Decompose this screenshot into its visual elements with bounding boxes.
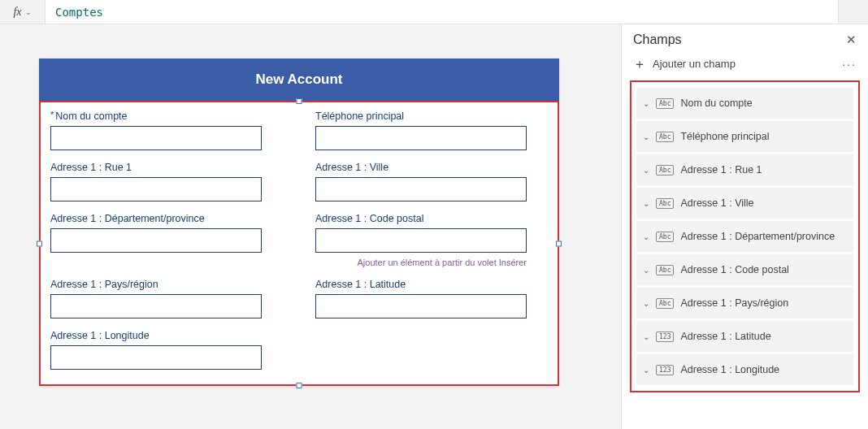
chevron-down-icon: ⌄: [643, 166, 649, 175]
add-field-label: Ajouter un champ: [653, 58, 736, 70]
field-label: Adresse 1 : Latitude: [315, 279, 548, 291]
field-card[interactable]: Adresse 1 : Département/province: [50, 213, 283, 267]
field-row[interactable]: ⌄ Abc Adresse 1 : Code postal: [636, 254, 853, 285]
field-row[interactable]: ⌄ 123 Adresse 1 : Latitude: [636, 321, 853, 352]
field-row-label: Adresse 1 : Longitude: [680, 364, 779, 375]
field-label: Adresse 1 : Longitude: [50, 330, 283, 342]
insert-hint: Ajouter un élément à partir du volet Ins…: [315, 258, 527, 267]
field-row[interactable]: ⌄ Abc Téléphone principal: [636, 121, 853, 152]
field-row-label: Adresse 1 : Pays/région: [680, 297, 788, 309]
field-card[interactable]: *Nom du compte: [50, 110, 283, 150]
resize-handle-bottom[interactable]: [297, 383, 302, 388]
field-row[interactable]: ⌄ Abc Adresse 1 : Ville: [636, 188, 853, 219]
field-label: Adresse 1 : Département/province: [50, 213, 283, 225]
type-badge: Abc: [656, 132, 674, 142]
close-icon[interactable]: ✕: [846, 32, 857, 47]
field-row[interactable]: ⌄ 123 Adresse 1 : Longitude: [636, 354, 853, 385]
fields-panel: Champs ✕ ＋Ajouter un champ ··· ⌄ Abc Nom…: [621, 24, 868, 429]
form-canvas[interactable]: New Account *Nom du compte Téléphone pri…: [39, 58, 559, 386]
field-input[interactable]: [50, 294, 262, 318]
chevron-down-icon: ⌄: [25, 8, 32, 16]
field-row[interactable]: ⌄ Abc Nom du compte: [636, 88, 853, 119]
field-row-label: Adresse 1 : Rue 1: [680, 164, 762, 176]
field-label: Adresse 1 : Code postal: [315, 213, 548, 225]
type-badge: 123: [656, 332, 674, 342]
fields-list: ⌄ Abc Nom du compte ⌄ Abc Téléphone prin…: [630, 80, 860, 392]
form-title-bar: New Account: [39, 58, 559, 101]
panel-actions: ＋Ajouter un champ ···: [622, 52, 868, 80]
formula-value: Comptes: [55, 6, 103, 19]
formula-bar: fx ⌄ Comptes: [0, 0, 868, 24]
chevron-down-icon: ⌄: [643, 232, 649, 241]
field-row[interactable]: ⌄ Abc Adresse 1 : Pays/région: [636, 288, 853, 318]
resize-handle-right[interactable]: [556, 240, 562, 246]
field-row-label: Téléphone principal: [680, 131, 769, 142]
field-input[interactable]: [315, 228, 527, 253]
field-row-label: Adresse 1 : Code postal: [680, 264, 788, 275]
type-badge: Abc: [656, 265, 674, 275]
plus-icon: ＋: [633, 57, 646, 71]
field-card[interactable]: Adresse 1 : Longitude: [50, 330, 283, 370]
chevron-down-icon: ⌄: [643, 299, 649, 308]
field-row-label: Adresse 1 : Département/province: [680, 231, 835, 242]
fx-icon: fx: [13, 6, 21, 19]
field-card[interactable]: Téléphone principal: [315, 110, 548, 150]
resize-handle-left[interactable]: [37, 240, 42, 246]
form-grid: *Nom du compte Téléphone principal Adres…: [41, 102, 558, 384]
field-row[interactable]: ⌄ Abc Adresse 1 : Rue 1: [636, 154, 853, 185]
field-card[interactable]: Adresse 1 : Code postal Ajouter un éléme…: [315, 213, 548, 267]
resize-handle-top[interactable]: [297, 98, 302, 104]
field-label: Adresse 1 : Pays/région: [50, 279, 283, 291]
formula-input[interactable]: Comptes: [46, 0, 839, 24]
field-card[interactable]: Adresse 1 : Pays/région: [50, 279, 283, 318]
field-input[interactable]: [50, 345, 262, 370]
type-badge: Abc: [656, 298, 674, 309]
field-input[interactable]: [50, 228, 262, 253]
add-field-button[interactable]: ＋Ajouter un champ: [633, 55, 736, 72]
field-card[interactable]: Adresse 1 : Rue 1: [50, 162, 283, 202]
chevron-down-icon: ⌄: [643, 99, 649, 108]
panel-header: Champs ✕: [622, 24, 868, 52]
field-card[interactable]: Adresse 1 : Latitude: [315, 279, 548, 318]
fx-button[interactable]: fx ⌄: [0, 0, 46, 24]
type-badge: 123: [656, 365, 674, 375]
field-card[interactable]: Adresse 1 : Ville: [315, 162, 548, 202]
type-badge: Abc: [656, 165, 674, 176]
chevron-down-icon: ⌄: [643, 132, 649, 141]
type-badge: Abc: [656, 232, 674, 242]
field-row-label: Adresse 1 : Latitude: [680, 331, 770, 342]
field-label: *Nom du compte: [50, 110, 283, 123]
required-star: *: [50, 110, 54, 119]
field-row-label: Nom du compte: [680, 98, 752, 109]
field-row[interactable]: ⌄ Abc Adresse 1 : Département/province: [636, 221, 853, 252]
field-label: Adresse 1 : Ville: [315, 162, 548, 174]
field-input[interactable]: [50, 126, 262, 150]
field-input[interactable]: [315, 126, 527, 150]
panel-title: Champs: [633, 32, 682, 47]
field-label: Adresse 1 : Rue 1: [50, 162, 283, 174]
field-input[interactable]: [50, 177, 262, 202]
chevron-down-icon: ⌄: [643, 332, 649, 341]
form-title: New Account: [255, 72, 342, 88]
field-label: Téléphone principal: [315, 110, 548, 123]
chevron-down-icon: ⌄: [643, 366, 649, 375]
form-selection[interactable]: *Nom du compte Téléphone principal Adres…: [39, 101, 559, 386]
type-badge: Abc: [656, 98, 674, 109]
field-input[interactable]: [315, 294, 527, 318]
field-input[interactable]: [315, 177, 527, 202]
formula-bar-tail: [839, 0, 868, 24]
work-area: New Account *Nom du compte Téléphone pri…: [0, 24, 868, 429]
chevron-down-icon: ⌄: [643, 199, 649, 208]
more-icon[interactable]: ···: [842, 58, 857, 71]
type-badge: Abc: [656, 198, 674, 209]
field-row-label: Adresse 1 : Ville: [680, 197, 753, 209]
chevron-down-icon: ⌄: [643, 266, 649, 275]
